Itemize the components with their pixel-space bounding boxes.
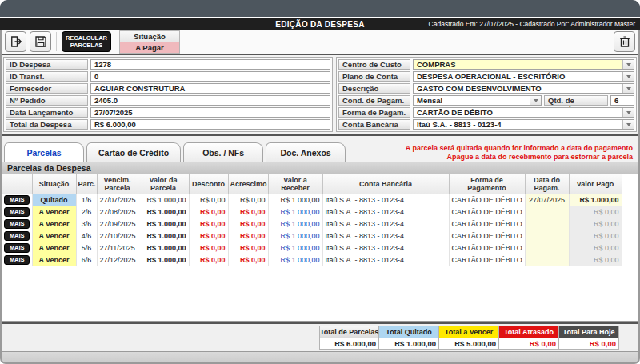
- acrescimo-cell: R$ 0,00: [228, 242, 268, 254]
- forma-pagam-select[interactable]: CARTÃO DE DÉBITO: [413, 107, 634, 118]
- expense-edit-window: EDIÇÃO DA DESPESA Cadastrado Em: 27/07/2…: [0, 0, 640, 364]
- tab-obs-nfs[interactable]: Obs. / NFs: [183, 142, 263, 162]
- tab-cartao-credito[interactable]: Cartão de Crédito: [86, 142, 181, 162]
- mais-button[interactable]: MAIS: [4, 195, 30, 205]
- form-left-column: ID Despesa ID Transf. Fornecedor Nº Pedi…: [3, 57, 333, 132]
- note-line-1: A parcela será quitada quando for inform…: [406, 144, 633, 153]
- parc-cell: 3/6: [76, 218, 97, 230]
- centro-custo-select[interactable]: COMPRAS: [413, 59, 634, 70]
- acrescimo-cell: R$ 0,00: [228, 206, 268, 218]
- centro-custo-label: Centro de Custo: [338, 59, 410, 70]
- total-parcelas-label: Total de Parcelas: [320, 326, 378, 338]
- toolbar: RECALCULAR PARCELAS Situação A Pagar: [2, 30, 638, 54]
- cond-pagam-select[interactable]: Mensal: [413, 95, 542, 106]
- mais-button[interactable]: MAIS: [4, 255, 30, 265]
- col-vencim: Vencim. Parcela: [97, 174, 138, 194]
- acrescimo-cell: R$ 0,00: [228, 218, 268, 230]
- receber-cell: R$ 1.000,00: [268, 242, 322, 254]
- recalcular-parcelas-button[interactable]: RECALCULAR PARCELAS: [62, 31, 111, 52]
- data-pagam-cell[interactable]: 27/07/2025: [525, 194, 569, 206]
- conta-cell: Itaú S.A. - 8813 - 0123-4: [322, 254, 449, 266]
- total-quitado: Total Quitado R$ 1.000,00: [379, 326, 439, 350]
- total-hoje-label: Total Para Hoje: [559, 326, 618, 338]
- valor-pago-cell: R$ 1.000,00: [569, 194, 622, 206]
- total-vencer-label: Total a Vencer: [439, 326, 498, 338]
- forma-cell: CARTÃO DE DÉBITO: [449, 242, 525, 254]
- chevron-down-icon: [622, 60, 634, 69]
- id-despesa-label: ID Despesa: [6, 59, 88, 70]
- mais-button[interactable]: MAIS: [4, 231, 30, 241]
- window-footer: [0, 351, 640, 364]
- fornecedor-input[interactable]: [90, 83, 330, 94]
- valor-pago-cell: R$ 0,00: [569, 254, 622, 266]
- forma-cell: CARTÃO DE DÉBITO: [449, 206, 525, 218]
- receber-cell: R$ 1.000,00: [268, 254, 322, 266]
- plano-conta-label: Plano de Conta: [338, 71, 410, 82]
- section-title: Parcelas da Despesa: [2, 162, 638, 174]
- tab-parcelas[interactable]: Parcelas: [4, 142, 84, 162]
- mais-button[interactable]: MAIS: [4, 207, 30, 217]
- num-pedido-input[interactable]: [90, 95, 330, 106]
- desconto-cell: R$ 0,00: [189, 218, 228, 230]
- forma-pagam-label: Forma de Pagam.: [338, 107, 410, 118]
- vencim-cell: 27/09/2025: [97, 218, 138, 230]
- id-transf-input[interactable]: [90, 71, 330, 82]
- data-pagam-cell[interactable]: [525, 218, 569, 230]
- total-despesa-label: Total da Despesa: [6, 119, 88, 130]
- plano-conta-select[interactable]: DESPESA OPERACIONAL - ESCRITÓRIO: [413, 71, 634, 82]
- mais-button[interactable]: MAIS: [4, 219, 30, 229]
- conta-cell: Itaú S.A. - 8813 - 0123-4: [322, 230, 449, 242]
- situacao-label: Situação: [120, 31, 179, 42]
- vencim-cell: 27/10/2025: [97, 230, 138, 242]
- total-atrasado-value: R$ 0,00: [499, 338, 558, 349]
- data-lancamento-input[interactable]: [90, 107, 330, 118]
- content-area: RECALCULAR PARCELAS Situação A Pagar ID …: [0, 30, 640, 351]
- situacao-cell: A Vencer: [32, 218, 76, 230]
- data-pagam-cell[interactable]: [525, 242, 569, 254]
- valor-cell: R$ 1.000,00: [138, 230, 189, 242]
- receber-cell: R$ 1.000,00: [268, 206, 322, 218]
- expense-form: ID Despesa ID Transf. Fornecedor Nº Pedi…: [2, 55, 638, 134]
- exit-button[interactable]: [5, 31, 26, 52]
- note-line-2: Apague a data do recebimento para estorn…: [406, 153, 633, 162]
- receber-cell: R$ 1.000,00: [268, 218, 322, 230]
- qtd-parcelas-input[interactable]: [610, 95, 634, 106]
- mais-button[interactable]: MAIS: [4, 243, 30, 253]
- chevron-down-icon: [622, 108, 634, 117]
- vencim-cell: 27/07/2025: [97, 194, 138, 206]
- data-pagam-cell[interactable]: [525, 254, 569, 266]
- delete-button[interactable]: [614, 31, 635, 52]
- col-valor-receber: Valor a Receber: [268, 174, 322, 194]
- data-pagam-cell[interactable]: [525, 230, 569, 242]
- tab-doc-anexos[interactable]: Doc. Anexos: [266, 142, 346, 162]
- form-right-column: Centro de Custo COMPRAS Plano de Conta D…: [336, 57, 637, 132]
- totals-bar: Total de Parcelas R$ 6.000,00 Total Quit…: [2, 324, 638, 351]
- forma-cell: CARTÃO DE DÉBITO: [449, 230, 525, 242]
- desconto-cell: R$ 0,00: [189, 242, 228, 254]
- situacao-cell: Quitado: [32, 194, 76, 206]
- valor-pago-cell: R$ 0,00: [569, 230, 622, 242]
- acrescimo-cell: R$ 0,00: [228, 254, 268, 266]
- desconto-cell: R$ 0,00: [189, 206, 228, 218]
- titlebar: EDIÇÃO DA DESPESA Cadastrado Em: 27/07/2…: [0, 18, 640, 30]
- save-button[interactable]: [30, 31, 51, 52]
- window-chrome: [0, 0, 640, 17]
- data-pagam-cell[interactable]: [525, 206, 569, 218]
- save-icon: [34, 34, 48, 49]
- col-data-pagam: Data do Pagam.: [525, 174, 569, 194]
- conta-bancaria-select[interactable]: Itaú S.A. - 8813 - 0123-4: [413, 119, 634, 130]
- descricao-select[interactable]: GASTO COM DESENVOLVIMENTO: [413, 83, 634, 94]
- fornecedor-label: Fornecedor: [6, 83, 88, 94]
- forma-cell: CARTÃO DE DÉBITO: [449, 218, 525, 230]
- desconto-cell: R$ 0,00: [189, 194, 228, 206]
- total-a-vencer: Total a Vencer R$ 5.000,00: [439, 326, 499, 350]
- parcela-row: MAIS A Vencer 2/6 27/08/2025 R$ 1.000,00…: [2, 206, 622, 218]
- total-despesa-input[interactable]: [90, 119, 330, 130]
- parc-cell: 1/6: [76, 194, 97, 206]
- id-despesa-input[interactable]: [90, 59, 330, 70]
- receber-cell: R$ 1.000,00: [268, 194, 322, 206]
- total-atrasado-label: Total Atrasado: [499, 326, 558, 338]
- total-atrasado: Total Atrasado R$ 0,00: [499, 326, 559, 350]
- tab-bar: Parcelas Cartão de Crédito Obs. / NFs Do…: [2, 136, 638, 162]
- conta-cell: Itaú S.A. - 8813 - 0123-4: [322, 242, 449, 254]
